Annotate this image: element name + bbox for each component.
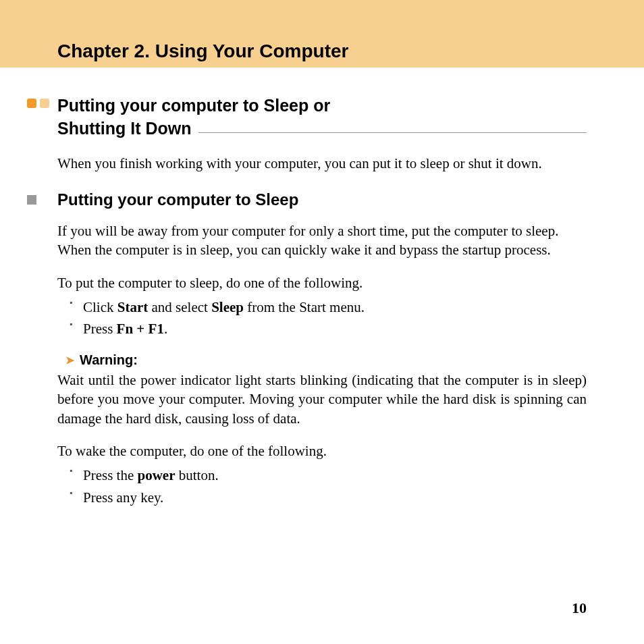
bold-text: Fn + F1 [117, 321, 164, 337]
warning-label: Warning: [80, 352, 138, 368]
document-page: Chapter 2. Using Your Computer Putting y… [0, 0, 644, 644]
warning-body: Wait until the power indicator light sta… [57, 371, 587, 428]
section-heading-row: Putting your computer to Sleep or Shutti… [27, 95, 587, 140]
bold-text: Start [117, 299, 149, 315]
wake-steps-lead: To wake the computer, do one of the foll… [57, 441, 587, 460]
orange-square-icon [27, 99, 36, 108]
sleep-steps-lead: To put the computer to sleep, do one of … [57, 273, 587, 292]
chapter-title: Chapter 2. Using Your Computer [57, 41, 348, 62]
list-item: Click Start and select Sleep from the St… [70, 296, 587, 319]
text-fragment: Press [83, 321, 117, 337]
text-fragment: from the Start menu. [244, 299, 365, 315]
bold-text: Sleep [211, 299, 244, 315]
warning-heading-row: ➤ Warning: [65, 352, 587, 368]
grey-square-icon [27, 195, 36, 205]
text-fragment: and select [148, 299, 211, 315]
page-content: Putting your computer to Sleep or Shutti… [0, 68, 644, 508]
text-fragment: Press the [83, 467, 138, 483]
text-fragment: button. [176, 467, 219, 483]
list-item: Press any key. [70, 487, 587, 509]
sleep-steps-list: Click Start and select Sleep from the St… [70, 296, 587, 340]
subsection-title: Putting your computer to Sleep [57, 190, 298, 209]
text-fragment: . [164, 321, 167, 337]
section-divider-line [198, 132, 587, 133]
subsection-paragraph-1: If you will be away from your computer f… [57, 221, 587, 240]
section-bullet-pair-icon [27, 99, 49, 108]
list-item: Press the power button. [70, 464, 587, 487]
section-intro-paragraph: When you finish working with your comput… [57, 154, 587, 173]
text-fragment: Click [83, 299, 117, 315]
subsection-paragraph-2: When the computer is in sleep, you can q… [57, 240, 587, 259]
section-title-line1: Putting your computer to Sleep or [57, 95, 587, 117]
section-title-line2: Shutting It Down [57, 117, 192, 140]
subsection-heading-row: Putting your computer to Sleep [27, 190, 587, 209]
section-title-line2-row: Shutting It Down [57, 117, 587, 140]
list-item: Press Fn + F1. [70, 318, 587, 340]
wake-steps-list: Press the power button. Press any key. [70, 464, 587, 508]
section-title-wrap: Putting your computer to Sleep or Shutti… [57, 95, 587, 140]
page-number: 10 [572, 599, 587, 617]
bold-text: power [138, 467, 176, 483]
arrow-right-icon: ➤ [65, 354, 74, 367]
chapter-header-band: Chapter 2. Using Your Computer [0, 0, 644, 68]
light-orange-square-icon [40, 99, 49, 108]
